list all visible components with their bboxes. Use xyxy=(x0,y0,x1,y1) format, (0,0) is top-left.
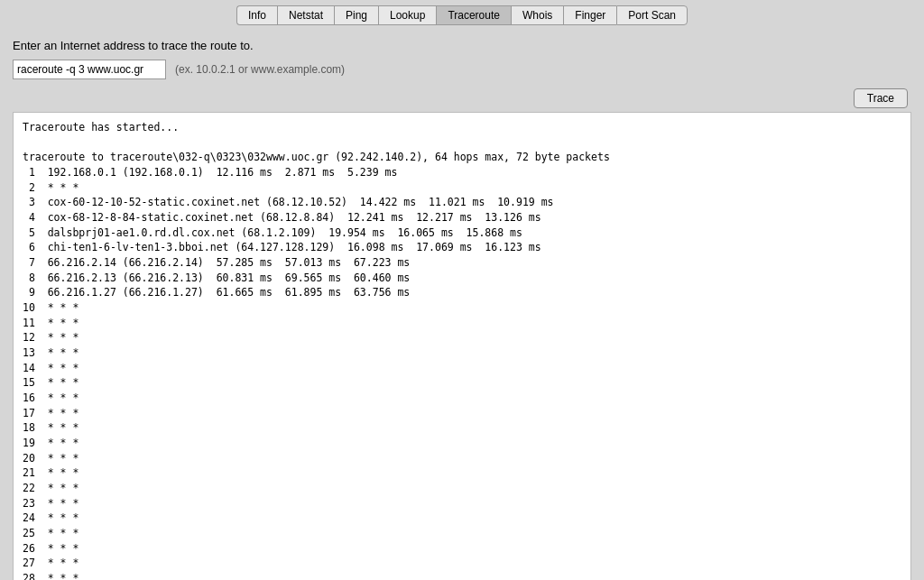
nav-tab-netstat[interactable]: Netstat xyxy=(277,5,334,25)
nav-tab-port-scan[interactable]: Port Scan xyxy=(616,5,688,25)
input-row: (ex. 10.0.2.1 or www.example.com) xyxy=(13,60,911,79)
trace-button-row: Trace xyxy=(13,88,911,108)
address-input[interactable] xyxy=(13,60,166,79)
nav-tab-finger[interactable]: Finger xyxy=(563,5,616,25)
output-area: Traceroute has started... traceroute to … xyxy=(13,112,911,580)
example-hint: (ex. 10.0.2.1 or www.example.com) xyxy=(175,63,345,76)
trace-button[interactable]: Trace xyxy=(854,88,908,108)
nav-tab-ping[interactable]: Ping xyxy=(334,5,378,25)
nav-tab-lookup[interactable]: Lookup xyxy=(378,5,436,25)
main-content: Enter an Internet address to trace the r… xyxy=(0,30,924,580)
description-text: Enter an Internet address to trace the r… xyxy=(13,39,911,52)
nav-tab-whois[interactable]: Whois xyxy=(511,5,563,25)
nav-tab-info[interactable]: Info xyxy=(236,5,277,25)
nav-bar: InfoNetstatPingLookupTracerouteWhoisFing… xyxy=(0,0,924,30)
nav-tab-traceroute[interactable]: Traceroute xyxy=(436,5,511,25)
